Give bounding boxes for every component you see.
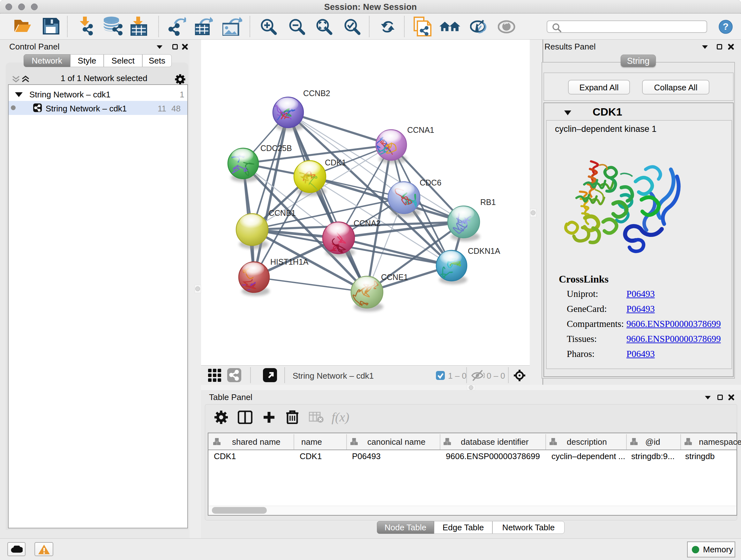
svg-text:CCNE1: CCNE1 [381, 273, 408, 282]
svg-text:?: ? [723, 21, 729, 32]
svg-text:CCNA1: CCNA1 [407, 125, 434, 134]
svg-text:CCNB1: CCNB1 [269, 208, 296, 217]
svg-text:CDC6: CDC6 [420, 178, 441, 187]
svg-text:CDK1: CDK1 [325, 158, 346, 167]
svg-text:HIST1H1A: HIST1H1A [270, 257, 309, 266]
svg-text:CDKN1A: CDKN1A [468, 246, 500, 255]
svg-text:CCNA2: CCNA2 [354, 219, 381, 228]
svg-text:RB1: RB1 [480, 198, 496, 206]
svg-text:CDC25B: CDC25B [260, 144, 292, 152]
svg-text:CCNB2: CCNB2 [303, 89, 330, 98]
